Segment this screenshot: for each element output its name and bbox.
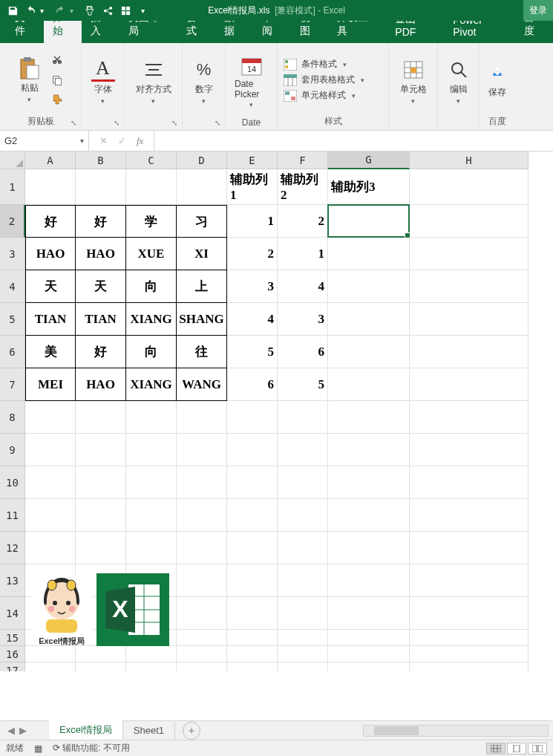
cells-button[interactable]: 单元格▾ — [397, 56, 430, 106]
cell[interactable] — [328, 401, 410, 434]
cell[interactable] — [410, 499, 529, 532]
col-header-B[interactable]: B — [76, 151, 126, 169]
row-header-1[interactable]: 1 — [0, 169, 25, 205]
cell[interactable]: HAO — [25, 238, 76, 270]
cell[interactable]: 3 — [278, 303, 328, 336]
sheet-tab-2[interactable]: Sheet1 — [123, 722, 175, 739]
new-sheet-button[interactable]: ＋ — [183, 722, 200, 740]
cell[interactable] — [76, 169, 126, 205]
cell[interactable] — [126, 434, 177, 466]
cell[interactable] — [25, 466, 76, 499]
row-header-10[interactable]: 10 — [0, 466, 25, 499]
cell[interactable]: 5 — [278, 368, 328, 401]
cell[interactable]: 4 — [227, 303, 278, 336]
cell[interactable] — [76, 434, 126, 466]
cell[interactable] — [328, 434, 410, 466]
row-header-4[interactable]: 4 — [0, 270, 25, 303]
floating-excel-icon[interactable]: X — [96, 573, 169, 646]
cell[interactable] — [177, 532, 227, 564]
row-header-12[interactable]: 12 — [0, 532, 25, 564]
cell[interactable] — [278, 646, 328, 662]
redo-icon[interactable] — [52, 2, 68, 19]
cell[interactable]: 辅助列2 — [278, 169, 328, 205]
cell[interactable] — [177, 646, 227, 662]
save-baidu-button[interactable]: 保存 — [482, 59, 512, 100]
cell[interactable] — [410, 662, 529, 671]
cut-icon[interactable] — [49, 53, 65, 68]
cell[interactable] — [410, 270, 529, 303]
cell[interactable] — [410, 597, 529, 630]
cell[interactable]: 好 — [76, 205, 126, 238]
align-button[interactable]: 对齐方式▾ — [133, 56, 174, 106]
cell[interactable]: HAO — [76, 368, 126, 401]
cell[interactable]: 向 — [126, 270, 177, 303]
col-header-A[interactable]: A — [25, 151, 76, 169]
cell[interactable] — [410, 401, 529, 434]
col-header-D[interactable]: D — [177, 151, 227, 169]
cell[interactable]: 好 — [76, 336, 126, 368]
cell[interactable] — [278, 499, 328, 532]
cell[interactable] — [227, 532, 278, 564]
cell[interactable] — [177, 662, 227, 671]
cell[interactable] — [126, 532, 177, 564]
editing-button[interactable]: 编辑▾ — [444, 56, 474, 106]
row-header-9[interactable]: 9 — [0, 434, 25, 466]
cell[interactable] — [177, 466, 227, 499]
cell[interactable] — [328, 205, 410, 238]
cell[interactable] — [227, 434, 278, 466]
macro-record-icon[interactable]: ▦ — [34, 743, 42, 754]
fx-icon[interactable]: fx — [137, 135, 143, 147]
formula-input[interactable] — [154, 131, 553, 151]
cell[interactable] — [328, 336, 410, 368]
cell[interactable]: 向 — [126, 336, 177, 368]
row-header-17[interactable]: 17 — [0, 662, 25, 671]
cell[interactable]: 辅助列1 — [227, 169, 278, 205]
clipboard-launcher-icon[interactable]: ⤡ — [71, 119, 79, 128]
sheet-nav-next-icon[interactable]: ▶ — [19, 725, 27, 736]
col-header-E[interactable]: E — [227, 151, 278, 169]
cell[interactable] — [278, 532, 328, 564]
row-header-7[interactable]: 7 — [0, 368, 25, 401]
cell[interactable] — [410, 336, 529, 368]
table-format-button[interactable]: 套用表格格式▾ — [284, 74, 364, 86]
cell[interactable] — [410, 368, 529, 401]
cell[interactable] — [278, 466, 328, 499]
cell[interactable] — [25, 401, 76, 434]
cell-style-button[interactable]: 单元格样式▾ — [284, 89, 356, 102]
cell[interactable]: XIANG — [126, 303, 177, 336]
cell[interactable]: WANG — [177, 368, 227, 401]
cell[interactable] — [410, 564, 529, 597]
cell[interactable] — [410, 303, 529, 336]
cell[interactable]: 5 — [227, 336, 278, 368]
cell[interactable] — [25, 169, 76, 205]
cell[interactable] — [25, 434, 76, 466]
cell[interactable]: 往 — [177, 336, 227, 368]
cell[interactable] — [76, 466, 126, 499]
cell[interactable]: 1 — [278, 238, 328, 270]
col-header-C[interactable]: C — [126, 151, 177, 169]
cell[interactable] — [278, 630, 328, 646]
cell[interactable] — [278, 597, 328, 630]
row-header-5[interactable]: 5 — [0, 303, 25, 336]
cell[interactable]: 2 — [227, 238, 278, 270]
cell[interactable] — [278, 434, 328, 466]
cell[interactable]: XUE — [126, 238, 177, 270]
cell[interactable]: XIANG — [126, 368, 177, 401]
cell[interactable] — [278, 401, 328, 434]
cell[interactable] — [25, 646, 76, 662]
cell[interactable] — [126, 466, 177, 499]
paste-button[interactable]: 粘贴▾ — [15, 55, 45, 105]
addins-icon[interactable] — [117, 2, 134, 19]
cell[interactable] — [410, 169, 529, 205]
print-preview-icon[interactable] — [82, 2, 98, 19]
cell[interactable] — [76, 662, 126, 671]
cell[interactable] — [126, 169, 177, 205]
undo-menu[interactable]: ▾ — [40, 7, 50, 15]
cell[interactable] — [227, 597, 278, 630]
accessibility-status[interactable]: ⟳ 辅助功能: 不可用 — [53, 742, 130, 755]
page-layout-view-icon[interactable] — [507, 743, 526, 755]
cell[interactable] — [328, 270, 410, 303]
save-icon[interactable] — [4, 2, 21, 19]
cell[interactable] — [227, 499, 278, 532]
cell[interactable] — [328, 303, 410, 336]
